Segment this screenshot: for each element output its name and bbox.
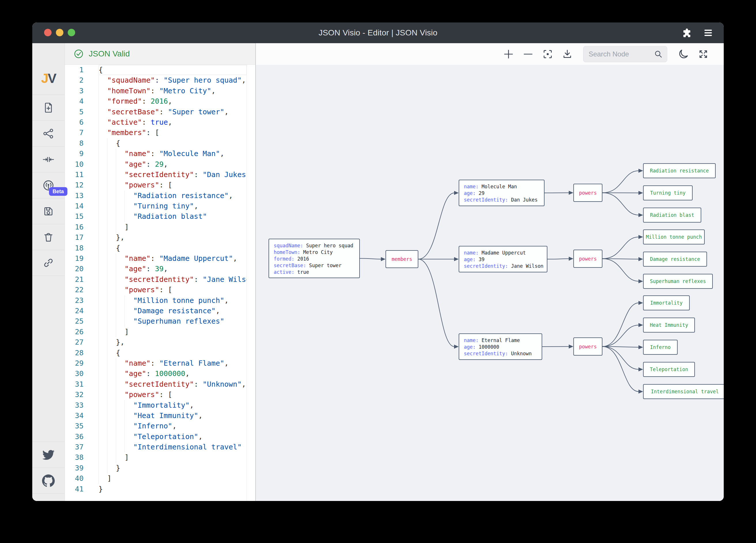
node-value: Super hero squad bbox=[306, 243, 354, 249]
graph-node-l7[interactable]: Immortality bbox=[643, 295, 690, 310]
graph-node-p3[interactable]: powers bbox=[573, 337, 602, 355]
line-number: 11 bbox=[65, 170, 99, 180]
share-link-button[interactable] bbox=[32, 250, 65, 276]
edge-arrowhead bbox=[638, 301, 643, 305]
graph-node-l3[interactable]: Radiation blast bbox=[643, 208, 701, 223]
line-number: 10 bbox=[65, 159, 99, 170]
sidebar: JV Be bbox=[32, 43, 65, 501]
editor-line: 41} bbox=[65, 484, 255, 494]
new-document-button[interactable] bbox=[32, 94, 65, 120]
node-key: squadName: bbox=[274, 243, 306, 249]
edge-arrowhead bbox=[454, 191, 459, 195]
app-logo[interactable]: JV bbox=[32, 64, 65, 93]
search-icon bbox=[654, 50, 663, 59]
editor-line: 5"secretBase": "Super tower", bbox=[65, 107, 255, 117]
editor-line: 36"Teleportation", bbox=[65, 432, 255, 442]
node-row: secretIdentity: Unknown bbox=[464, 350, 537, 357]
node-key: secretIdentity: bbox=[464, 197, 511, 203]
canvas-toolbar bbox=[256, 43, 724, 65]
fullscreen-button[interactable] bbox=[698, 49, 709, 60]
line-number: 29 bbox=[65, 358, 99, 368]
node-label: powers bbox=[579, 344, 597, 349]
graph-node-l8[interactable]: Heat Immunity bbox=[643, 317, 695, 332]
editor-line: 10"age": 29, bbox=[65, 159, 255, 170]
graph-node-m3[interactable]: name: Eternal Flameage: 1000000secretIde… bbox=[459, 333, 542, 360]
graph-node-l1[interactable]: Radiation resistance bbox=[643, 163, 716, 178]
graph-canvas[interactable]: squadName: Super hero squadhomeTown: Met… bbox=[255, 43, 724, 501]
graph-edge bbox=[602, 237, 639, 259]
graph-edge bbox=[602, 347, 639, 370]
delete-button[interactable] bbox=[32, 224, 65, 250]
graph-edge bbox=[418, 193, 454, 259]
search-node-input[interactable] bbox=[583, 50, 648, 58]
window-title: JSON Visio - Editor | JSON Visio bbox=[32, 28, 724, 37]
graph-node-l11[interactable]: Interdimensional travel bbox=[643, 384, 724, 399]
graph-node-l4[interactable]: Million tonne punch bbox=[643, 230, 705, 245]
graph-node-p1[interactable]: powers bbox=[573, 184, 602, 202]
zoom-out-button[interactable] bbox=[523, 49, 534, 60]
graph-node-l5[interactable]: Damage resistance bbox=[643, 252, 707, 267]
line-number: 26 bbox=[65, 327, 99, 337]
line-number: 22 bbox=[65, 285, 99, 295]
sponsor-link[interactable] bbox=[32, 493, 65, 501]
line-number: 37 bbox=[65, 442, 99, 452]
visualize-graph-button[interactable] bbox=[32, 120, 65, 146]
editor-line: 1{ bbox=[65, 65, 255, 75]
save-floppy-icon bbox=[42, 205, 54, 218]
hamburger-menu-icon bbox=[703, 28, 713, 38]
graph-node-root[interactable]: squadName: Super hero squadhomeTown: Met… bbox=[269, 239, 360, 278]
editor-line: 14"Turning tiny", bbox=[65, 201, 255, 211]
line-number: 39 bbox=[65, 463, 99, 473]
editor-line: 19"name": "Madame Uppercut", bbox=[65, 254, 255, 264]
node-row: age: 1000000 bbox=[464, 344, 537, 350]
heart-icon bbox=[42, 501, 54, 501]
graph-node-p2[interactable]: powers bbox=[573, 250, 602, 268]
twitter-link[interactable] bbox=[32, 442, 65, 468]
line-number: 4 bbox=[65, 96, 99, 107]
line-number: 32 bbox=[65, 389, 99, 400]
line-number: 40 bbox=[65, 473, 99, 484]
node-key: name: bbox=[464, 184, 481, 190]
graph-node-l9[interactable]: Inferno bbox=[643, 340, 678, 355]
graph-node-l6[interactable]: Superhuman reflexes bbox=[643, 274, 713, 289]
line-number: 15 bbox=[65, 211, 99, 222]
twitter-icon bbox=[42, 449, 54, 461]
code-editor[interactable]: 1{2"squadName": "Super hero squad",3"hom… bbox=[65, 65, 255, 501]
center-view-button[interactable] bbox=[32, 146, 65, 172]
line-number: 8 bbox=[65, 138, 99, 149]
node-value: Jane Wilson bbox=[511, 263, 544, 269]
edge-arrowhead bbox=[569, 345, 573, 349]
graph-node-m2[interactable]: name: Madame Uppercutage: 39secretIdenti… bbox=[459, 246, 547, 272]
edge-arrowhead bbox=[569, 257, 573, 261]
graph-node-l2[interactable]: Turning tiny bbox=[643, 186, 693, 201]
browser-menu-button[interactable] bbox=[703, 28, 713, 38]
graph-node-l10[interactable]: Teleportation bbox=[643, 362, 695, 377]
editor-line: 25"Superhuman reflexes" bbox=[65, 316, 255, 326]
graph-node-members[interactable]: members bbox=[385, 250, 418, 268]
node-label: Radiation blast bbox=[650, 212, 694, 218]
dark-mode-toggle[interactable] bbox=[678, 48, 689, 60]
node-row: active: true bbox=[274, 269, 355, 275]
editor-line: 30"age": 1000000, bbox=[65, 368, 255, 379]
extensions-button[interactable] bbox=[682, 28, 692, 38]
line-number: 13 bbox=[65, 191, 99, 201]
line-number: 21 bbox=[65, 274, 99, 285]
editor-line: 3"homeTown": "Metro City", bbox=[65, 86, 255, 96]
node-label: Radiation resistance bbox=[650, 168, 709, 174]
graph-node-m1[interactable]: name: Molecule Manage: 29secretIdentity:… bbox=[459, 180, 545, 206]
edge-arrowhead bbox=[638, 213, 643, 217]
line-number: 14 bbox=[65, 201, 99, 211]
zoom-in-button[interactable] bbox=[503, 49, 514, 60]
graph-edge bbox=[602, 259, 639, 281]
node-key: secretBase: bbox=[274, 263, 309, 268]
share-nodes-icon bbox=[42, 128, 54, 140]
save-button[interactable] bbox=[32, 198, 65, 224]
download-image-button[interactable] bbox=[562, 49, 573, 60]
center-focus-button[interactable] bbox=[542, 49, 553, 60]
edge-arrowhead bbox=[638, 191, 643, 195]
github-link[interactable] bbox=[32, 468, 65, 493]
edge-arrowhead bbox=[569, 191, 573, 195]
node-label: Superhuman reflexes bbox=[650, 278, 706, 284]
edge-arrowhead bbox=[638, 323, 643, 327]
editor-line: 31"secretIdentity": "Unknown", bbox=[65, 379, 255, 389]
